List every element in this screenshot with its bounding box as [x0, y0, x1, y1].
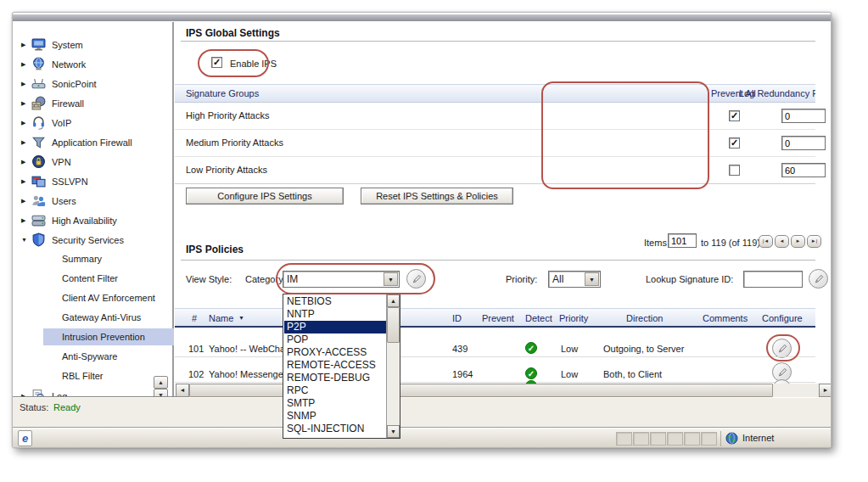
- sidebar-item-firewall[interactable]: ▶ Firewall: [13, 94, 171, 112]
- priority-select[interactable]: All ▼: [548, 271, 601, 288]
- sidebar-item-summary[interactable]: Summary: [43, 250, 174, 267]
- prevent-all-medium-checkbox[interactable]: ✓: [729, 137, 740, 149]
- policy-priority: Low: [561, 369, 578, 379]
- dropdown-option-nntp[interactable]: NNTP: [284, 308, 386, 321]
- internet-zone-panel: Internet: [720, 431, 815, 446]
- funnel-icon: [31, 135, 46, 149]
- prevent-all-low-checkbox[interactable]: [729, 165, 740, 176]
- expand-arrow-icon[interactable]: ▶: [21, 139, 30, 146]
- policy-direction: Both, to Client: [603, 369, 662, 379]
- dropdown-option-remote-debug[interactable]: REMOTE-DEBUG: [284, 372, 386, 384]
- network-globe-icon: [31, 57, 46, 71]
- expand-arrow-icon[interactable]: ▶: [21, 42, 30, 48]
- scroll-up-button[interactable]: ▲: [387, 294, 400, 307]
- sidebar-item-vpn[interactable]: ▶ VPN: [13, 153, 171, 171]
- expand-arrow-icon[interactable]: ▶: [21, 100, 30, 107]
- chevron-down-icon[interactable]: ▼: [585, 272, 599, 286]
- items-range-label: to 119 (of 119): [701, 238, 760, 248]
- col-configure: Configure: [762, 313, 803, 323]
- col-name[interactable]: Name: [209, 313, 233, 323]
- headset-icon: [31, 115, 46, 130]
- category-edit-button[interactable]: [406, 269, 426, 289]
- dropdown-option-proxy-access[interactable]: PROXY-ACCESS: [284, 346, 386, 359]
- sidebar-item-client-av-enforcement[interactable]: Client AV Enforcement: [43, 289, 174, 306]
- sidebar-item-security-services[interactable]: ▼ Security Services: [13, 231, 171, 249]
- dropdown-option-p2p[interactable]: P2P: [284, 321, 386, 333]
- col-prevent: Prevent: [482, 313, 514, 323]
- sidebar-item-application-firewall[interactable]: ▶ Application Firewall: [13, 133, 171, 151]
- policy-num: 101: [188, 344, 204, 354]
- scrollbar-thumb[interactable]: [189, 384, 773, 397]
- dropdown-option-rpc[interactable]: RPC: [284, 384, 386, 397]
- sidebar-item-high-availability[interactable]: ▶ High Availability: [13, 211, 171, 229]
- sidebar-item-sonicpoint[interactable]: ▶ SonicPoint: [13, 75, 171, 92]
- expand-arrow-icon[interactable]: ▶: [21, 217, 30, 224]
- reset-ips-settings-button[interactable]: Reset IPS Settings & Policies: [361, 188, 513, 205]
- items-label: Items: [644, 238, 667, 248]
- sidebar-item-label: VPN: [52, 157, 71, 167]
- dropdown-option-smtp[interactable]: SMTP: [284, 397, 386, 410]
- sidebar-item-gateway-anti-virus[interactable]: Gateway Anti-Virus: [43, 309, 174, 326]
- expand-arrow-icon[interactable]: ▶: [21, 178, 30, 185]
- sidebar-item-anti-spyware[interactable]: Anti-Spyware: [43, 348, 174, 365]
- items-start-input[interactable]: [668, 233, 697, 248]
- sidebar-item-label: SonicPoint: [52, 79, 97, 89]
- lookup-go-button[interactable]: [809, 269, 828, 289]
- policy-name: Yahoo! Messenger: [209, 369, 287, 379]
- category-select[interactable]: IM ▼: [283, 271, 400, 288]
- dropdown-option-remote-access[interactable]: REMOTE-ACCESS: [284, 359, 386, 372]
- pager-next-button[interactable]: ►: [791, 235, 805, 248]
- sidebar-item-intrusion-prevention[interactable]: Intrusion Prevention: [43, 328, 174, 345]
- expand-arrow-icon[interactable]: ▶: [21, 159, 30, 165]
- prevent-all-high-checkbox[interactable]: ✓: [729, 110, 740, 121]
- pager-prev-button[interactable]: ◄: [775, 235, 789, 248]
- row-divider: [175, 356, 815, 357]
- log-redundancy-low-input[interactable]: [781, 163, 826, 177]
- priority-selected-value: All: [552, 273, 563, 285]
- signature-groups-header: Signature Groups Prevent All Detect All …: [175, 84, 815, 103]
- col-id: ID: [452, 313, 462, 323]
- dropdown-option-snmp[interactable]: SNMP: [284, 410, 386, 423]
- pager-first-button[interactable]: |◄: [759, 235, 773, 248]
- status-segment: [633, 432, 649, 446]
- expand-arrow-icon[interactable]: ▶: [21, 198, 30, 205]
- sidebar-item-content-filter[interactable]: Content Filter: [43, 270, 174, 287]
- content-horizontal-scrollbar[interactable]: ◄ ►: [176, 384, 832, 397]
- dropdown-scrollbar[interactable]: ▲ ▼: [386, 294, 400, 438]
- configure-ips-settings-button[interactable]: Configure IPS Settings: [186, 188, 344, 205]
- pager-last-button[interactable]: ►|: [807, 235, 821, 248]
- sidebar-item-voip[interactable]: ▶ VoIP: [13, 114, 171, 132]
- sidebar-item-system[interactable]: ▶ System: [13, 36, 171, 53]
- chevron-down-icon[interactable]: ▼: [384, 272, 398, 286]
- log-redundancy-high-input[interactable]: [781, 109, 826, 123]
- lookup-signature-id-input[interactable]: [743, 271, 803, 288]
- scroll-right-button[interactable]: ►: [819, 384, 832, 397]
- sidebar-item-network[interactable]: ▶ Network: [13, 55, 171, 73]
- signature-row-low: Low Priority Attacks ✓: [175, 157, 815, 184]
- enable-ips-checkbox[interactable]: ✓: [211, 57, 222, 68]
- scrollbar-thumb[interactable]: [387, 307, 400, 343]
- collapse-arrow-icon[interactable]: ▼: [21, 237, 30, 243]
- scroll-down-button[interactable]: ▼: [387, 425, 400, 438]
- sidebar-item-sslvpn[interactable]: ▶ SSLVPN: [13, 172, 171, 190]
- log-redundancy-column: Log Redundancy Filter (: [739, 88, 815, 98]
- sidebar-item-label: Network: [52, 59, 86, 70]
- policy-num: 102: [188, 369, 204, 379]
- expand-arrow-icon[interactable]: ▶: [21, 81, 30, 87]
- policy-name: Yahoo! -- WebChat: [209, 344, 288, 354]
- log-redundancy-medium-input[interactable]: [781, 136, 826, 150]
- sidebar-item-label: High Availability: [52, 216, 117, 226]
- signature-groups-column: Signature Groups: [186, 88, 259, 98]
- expand-arrow-icon[interactable]: ▶: [21, 120, 30, 126]
- detect-enabled-icon: ✓: [525, 367, 537, 379]
- dropdown-option-pop[interactable]: POP: [284, 333, 386, 346]
- scroll-left-button[interactable]: ◄: [176, 384, 189, 397]
- dropdown-option-netbios[interactable]: NETBIOS: [284, 295, 386, 308]
- sidebar-scroll-up-button[interactable]: ▲: [154, 376, 168, 389]
- expand-arrow-icon[interactable]: ▶: [21, 61, 30, 68]
- sidebar-item-users[interactable]: ▶ Users: [13, 192, 171, 210]
- policies-table-header: # Name ▼ ID Prevent Detect Priority Dire…: [175, 308, 815, 328]
- enable-ips-label: Enable IPS: [230, 59, 277, 69]
- configure-policy-101-button[interactable]: [772, 339, 792, 358]
- dropdown-option-sql-injection[interactable]: SQL-INJECTION: [284, 423, 386, 435]
